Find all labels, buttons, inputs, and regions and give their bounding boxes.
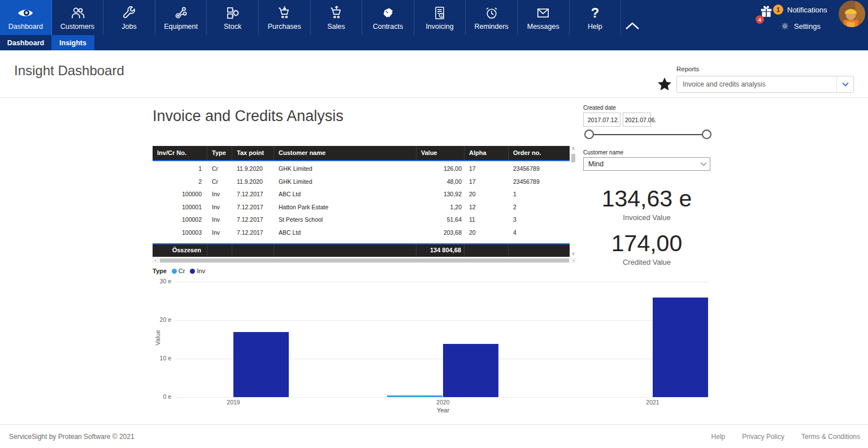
column-header[interactable]: Tax point [232, 146, 274, 160]
cell: 12 [465, 201, 509, 214]
gridline [176, 282, 708, 282]
total-value: 134 804,68 [416, 244, 465, 257]
cell: 7.12.2017 [232, 213, 274, 226]
nav-item-label: Dashboard [8, 23, 43, 31]
table-row[interactable]: 100003Inv7.12.2017ABC Ltd203,68204 [153, 226, 570, 239]
nav-item-contracts[interactable]: Contracts [362, 0, 414, 35]
total-cell [207, 244, 232, 257]
legend-dot [172, 269, 177, 274]
cell: ABC Ltd [274, 188, 416, 201]
notifications-badge: 1 [773, 5, 783, 15]
wrench-icon [120, 5, 137, 21]
nav-item-messages[interactable]: Messages [518, 0, 570, 35]
nav-item-stock[interactable]: Stock [207, 0, 259, 35]
table-row[interactable]: 100001Inv7.12.2017Hatton Park Estate1,20… [153, 201, 570, 214]
date-to-input[interactable]: 2021.07.06. [623, 113, 651, 127]
nav-item-dashboard[interactable]: Dashboard [0, 0, 52, 35]
bar-inv-2021[interactable] [653, 298, 708, 397]
column-header[interactable]: Inv/Cr No. [153, 146, 207, 160]
slider-handle-right[interactable] [702, 130, 711, 139]
cell: GHK Limited [274, 162, 416, 175]
column-header[interactable]: Order no. [509, 146, 570, 160]
nav-item-reminders[interactable]: Reminders [466, 0, 518, 35]
vertical-scroll-thumb[interactable] [571, 154, 575, 162]
nav-item-label: Reminders [474, 23, 508, 31]
kpi-cards: 134,63 eInvoiced Value174,00Credited Val… [583, 186, 710, 275]
footer-link-help[interactable]: Help [711, 433, 726, 441]
bar-cr-2020[interactable] [387, 395, 442, 397]
nav-item-label: Purchases [268, 23, 301, 31]
table-row[interactable]: 100002Inv7.12.2017St Peters School51,641… [153, 213, 570, 226]
legend-item-cr[interactable]: Cr [172, 268, 185, 274]
scroll-down-icon[interactable]: ∨ [570, 251, 576, 257]
collapse-nav-button[interactable] [623, 21, 643, 32]
nav-item-label: Messages [527, 23, 559, 31]
cell: 7.12.2017 [232, 226, 274, 239]
date-range-slider[interactable] [589, 134, 708, 135]
column-header[interactable]: Type [207, 146, 232, 160]
settings-button[interactable]: Settings [794, 22, 821, 31]
tab-dashboard[interactable]: Dashboard [0, 35, 51, 50]
notifications-button[interactable]: Notifications [787, 6, 827, 14]
horizontal-scroll-thumb[interactable] [160, 259, 569, 262]
total-label: Összesen [153, 244, 207, 257]
chevron-down-icon [836, 76, 853, 92]
cell: ABC Ltd [274, 226, 416, 239]
handshake-icon [379, 5, 396, 21]
bar-inv-2019[interactable] [233, 332, 289, 397]
nav-item-help[interactable]: ?Help [570, 0, 622, 35]
kpi-card: 134,63 eInvoiced Value [583, 186, 710, 222]
kpi-value: 174,00 [583, 230, 710, 256]
nav-item-label: Invoicing [426, 23, 453, 31]
cell: 11.9.2020 [232, 162, 274, 175]
eye-icon [17, 5, 34, 21]
scroll-up-icon[interactable]: ∧ [570, 146, 576, 152]
column-header[interactable]: Value [416, 146, 465, 160]
nav-item-sales[interactable]: Sales [311, 0, 363, 35]
table-vertical-scrollbar[interactable]: ∧ ∨ [570, 146, 576, 257]
footer-link-terms-conditions[interactable]: Terms & Conditions [801, 433, 860, 441]
legend-dot [190, 269, 195, 274]
favorite-star-icon[interactable] [657, 76, 672, 92]
invoice-icon [431, 5, 448, 21]
footer-link-privacy-policy[interactable]: Privacy Policy [742, 433, 784, 441]
cell: 2 [509, 201, 570, 214]
x-axis-title: Year [420, 407, 466, 413]
column-header[interactable]: Customer name [274, 146, 416, 160]
cart-down-icon [276, 5, 293, 21]
x-axis-label: 2020 [420, 399, 466, 406]
cell: Hatton Park Estate [274, 201, 416, 214]
user-avatar[interactable] [839, 1, 865, 27]
customer-name-dropdown[interactable]: Mind [583, 157, 710, 171]
alarm-icon [483, 5, 500, 21]
svg-text:?: ? [591, 6, 600, 20]
legend-title: Type [153, 268, 167, 274]
reports-dropdown[interactable]: Invoice and credits analysis [676, 76, 854, 93]
page-title: Insight Dashboard [14, 63, 124, 79]
nav-item-customers[interactable]: Customers [52, 0, 104, 35]
gear-icon[interactable] [780, 21, 790, 31]
nav-item-purchases[interactable]: Purchases [259, 0, 311, 35]
cell: 100000 [153, 188, 207, 201]
cell: 130,92 [416, 188, 465, 201]
gears-icon [172, 5, 189, 21]
legend-item-inv[interactable]: Inv [190, 268, 205, 274]
cell: 20 [465, 188, 509, 201]
bar-inv-2020[interactable] [443, 344, 498, 397]
nav-item-jobs[interactable]: Jobs [103, 0, 155, 35]
table-row[interactable]: 1Cr11.9.2020GHK Limited126,001723456789 [153, 162, 570, 175]
cell: 48,00 [416, 175, 465, 188]
table-row[interactable]: 100000Inv7.12.2017ABC Ltd130,92201 [153, 188, 570, 201]
nav-item-equipment[interactable]: Equipment [155, 0, 207, 35]
table-row[interactable]: 2Cr11.9.2020GHK Limited48,001723456789 [153, 175, 570, 188]
slider-handle-left[interactable] [584, 130, 594, 139]
tab-insights[interactable]: Insights [51, 35, 94, 50]
top-navigation: DashboardCustomersJobsEquipmentStockPurc… [0, 0, 868, 35]
scroll-right-icon[interactable]: › [571, 258, 576, 263]
table-horizontal-scrollbar[interactable]: ‹ › [153, 258, 576, 263]
cell: Inv [207, 226, 232, 239]
date-from-input[interactable]: 2017.07.12. [583, 113, 620, 127]
scroll-left-icon[interactable]: ‹ [153, 258, 158, 263]
nav-item-invoicing[interactable]: Invoicing [414, 0, 466, 35]
column-header[interactable]: Alpha [465, 146, 509, 160]
